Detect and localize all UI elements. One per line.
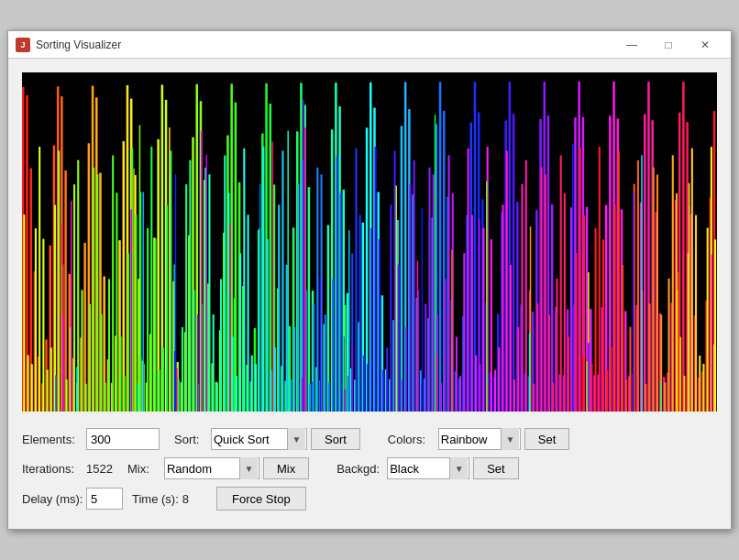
main-window: J Sorting Visualizer — □ ✕ Elements: Sor…	[7, 30, 732, 530]
titlebar: J Sorting Visualizer — □ ✕	[8, 31, 731, 59]
controls-row-1: Elements: Sort: Quick Sort Bubble Sort M…	[22, 428, 717, 450]
mix-select-wrapper: Random Reverse Nearly Sorted ▼	[164, 457, 259, 479]
time-value: 8	[182, 492, 189, 506]
delay-label: Delay (ms):	[22, 492, 86, 506]
sort-select-wrapper: Quick Sort Bubble Sort Merge Sort Heap S…	[211, 428, 307, 450]
delay-input[interactable]	[86, 488, 123, 510]
force-stop-button[interactable]: Force Stop	[216, 487, 306, 511]
controls-row-3: Delay (ms): Time (s): 8 Force Stop	[22, 487, 717, 511]
colors-label: Colors:	[388, 433, 438, 446]
backgd-select[interactable]: Black White Gray	[387, 457, 469, 479]
sort-label: Sort:	[174, 433, 211, 446]
backgd-label: Backgd:	[336, 462, 387, 476]
colors-set-button[interactable]: Set	[524, 428, 570, 450]
backgd-set-button[interactable]: Set	[473, 457, 519, 479]
elements-label: Elements:	[22, 433, 86, 446]
time-label: Time (s):	[132, 492, 179, 506]
controls-panel: Elements: Sort: Quick Sort Bubble Sort M…	[8, 421, 731, 529]
minimize-button[interactable]: —	[613, 36, 650, 54]
elements-input[interactable]	[86, 428, 160, 450]
visualization-area	[22, 72, 717, 412]
colors-select-wrapper: Rainbow Grayscale Fire Cool ▼	[438, 428, 521, 450]
sort-canvas	[22, 72, 717, 412]
close-button[interactable]: ✕	[687, 36, 723, 54]
mix-select[interactable]: Random Reverse Nearly Sorted	[164, 457, 259, 479]
backgd-select-wrapper: Black White Gray ▼	[387, 457, 469, 479]
sort-select[interactable]: Quick Sort Bubble Sort Merge Sort Heap S…	[211, 428, 307, 450]
controls-row-2: Iterations: 1522 Mix: Random Reverse Nea…	[22, 457, 717, 479]
mix-label: Mix:	[127, 462, 164, 476]
mix-button[interactable]: Mix	[263, 457, 309, 479]
window-title: Sorting Visualizer	[36, 38, 613, 51]
window-controls: — □ ✕	[613, 36, 723, 54]
iterations-value: 1522	[86, 462, 113, 476]
app-icon: J	[16, 38, 30, 52]
sort-button[interactable]: Sort	[311, 428, 360, 450]
maximize-button[interactable]: □	[650, 36, 687, 54]
iterations-label: Iterations:	[22, 462, 86, 476]
colors-select[interactable]: Rainbow Grayscale Fire Cool	[438, 428, 521, 450]
